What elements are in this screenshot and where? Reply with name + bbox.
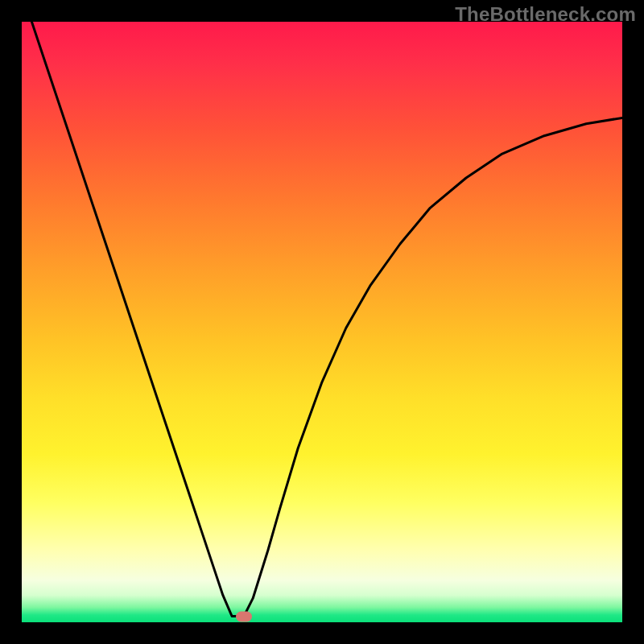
plot-area [22, 22, 622, 622]
chart-frame: TheBottleneck.com [0, 0, 644, 644]
curve-svg [22, 22, 622, 622]
minimum-marker [236, 611, 252, 621]
watermark-text: TheBottleneck.com [455, 3, 636, 26]
curve-path [22, 22, 622, 616]
